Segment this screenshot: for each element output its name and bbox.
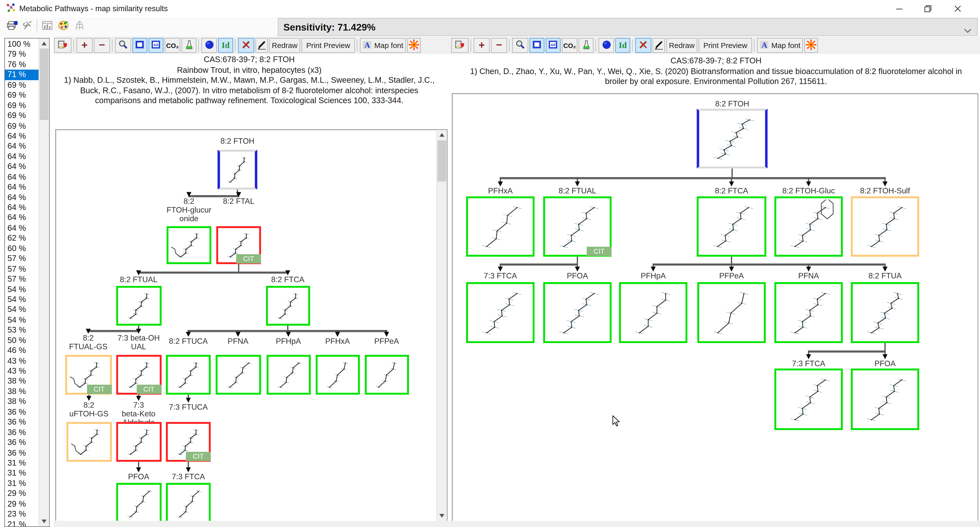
atom-ball-button[interactable] [201, 38, 217, 53]
similarity-item[interactable]: 21 % [5, 519, 38, 527]
sensitivity-dropdown[interactable]: Sensitivity: 71.429% [278, 18, 978, 36]
similarity-item[interactable]: 31 % [5, 479, 38, 489]
similarity-item[interactable]: 64 % [5, 131, 38, 141]
show-all-button[interactable]: All [149, 38, 164, 53]
similarity-item[interactable]: 64 % [5, 193, 38, 202]
similarity-item[interactable]: 76 % [5, 60, 38, 70]
similarity-item[interactable]: 38 % [5, 376, 38, 387]
print-preview-button[interactable]: Print Preview [302, 38, 355, 53]
similarity-list-scrollbar[interactable] [38, 38, 49, 527]
sun-button[interactable] [804, 38, 818, 53]
co2-button[interactable]: CO₂ [165, 38, 180, 53]
node-betaketo[interactable] [116, 422, 161, 462]
scrollbar-thumb[interactable] [438, 140, 446, 182]
node-ftca82[interactable] [266, 286, 310, 326]
node-ftal[interactable]: CIT [216, 226, 261, 264]
node-ftualgs[interactable]: CIT [65, 355, 111, 395]
similarity-list[interactable]: 100 %79 %76 %71 %69 %69 %69 %69 %69 %64 … [5, 38, 50, 527]
similarity-item[interactable]: 36 % [5, 417, 38, 427]
similarity-item[interactable]: 64 % [5, 223, 38, 233]
similarity-item[interactable]: 54 % [5, 305, 38, 315]
node-pfna[interactable] [215, 355, 261, 395]
zoom-in-button[interactable]: + [474, 38, 490, 53]
save-map-button[interactable] [54, 38, 72, 53]
scroll-down-icon[interactable] [39, 517, 49, 527]
node-pfpea[interactable] [364, 355, 409, 395]
node-rftual[interactable]: CIT [543, 196, 612, 257]
show-all-button[interactable]: All [546, 38, 561, 53]
similarity-item[interactable]: 38 % [5, 397, 38, 407]
pencil-chart-button[interactable] [256, 38, 268, 53]
similarity-item[interactable]: 57 % [5, 274, 38, 284]
node-rpfoab[interactable] [851, 369, 920, 430]
scroll-down-icon[interactable] [437, 511, 447, 521]
node-rpfoaa[interactable] [543, 282, 612, 343]
similarity-item[interactable]: 69 % [5, 111, 38, 121]
node-ftoh[interactable] [218, 150, 257, 189]
similarity-item[interactable]: 64 % [5, 141, 38, 151]
minimize-button[interactable] [885, 0, 913, 18]
node-rftua[interactable] [851, 282, 920, 343]
node-ftuca73[interactable]: CIT [166, 422, 211, 462]
node-rftoh[interactable] [697, 109, 768, 169]
similarity-item[interactable]: 69 % [5, 121, 38, 131]
node-rpfhxa[interactable] [466, 196, 535, 257]
zoom-in-button[interactable]: + [76, 38, 93, 53]
magnifier-button[interactable] [512, 38, 528, 53]
maximize-button[interactable] [914, 0, 942, 18]
similarity-item[interactable]: 64 % [5, 172, 38, 182]
similarity-item[interactable]: 69 % [5, 80, 38, 90]
scrollbar-thumb[interactable] [40, 48, 48, 120]
similarity-item[interactable]: 64 % [5, 162, 38, 172]
similarity-item[interactable]: 69 % [5, 90, 38, 100]
scroll-up-icon[interactable] [39, 38, 49, 48]
save-map-button[interactable] [451, 38, 469, 53]
similarity-item[interactable]: 38 % [5, 387, 38, 397]
similarity-item[interactable]: 60 % [5, 244, 38, 253]
redraw-button[interactable]: Redraw [666, 38, 697, 53]
print-export-icon[interactable] [6, 19, 19, 32]
similarity-item[interactable]: 31 % [5, 468, 38, 478]
id-button[interactable]: Id [615, 38, 630, 53]
right-pathway-map[interactable]: 8:2 FTOHPFHxA8:2 FTUALCIT8:2 FTCA8:2 FTO… [452, 93, 978, 522]
similarity-item[interactable]: 54 % [5, 295, 38, 305]
node-gluc[interactable] [167, 226, 211, 264]
no-edit-button[interactable] [238, 38, 255, 53]
similarity-item[interactable]: 46 % [5, 345, 38, 356]
similarity-item[interactable]: 64 % [5, 202, 38, 213]
similarity-item[interactable]: 54 % [5, 284, 38, 295]
similarity-item[interactable]: 71 % [5, 70, 38, 80]
node-betaohual[interactable]: CIT [116, 355, 161, 395]
similarity-item[interactable]: 53 % [5, 325, 38, 335]
node-rpfna[interactable] [775, 282, 843, 343]
similarity-item[interactable]: 31 % [5, 458, 38, 468]
similarity-item[interactable]: 62 % [5, 233, 38, 244]
tools-icon[interactable] [22, 19, 34, 32]
similarity-item[interactable]: 79 % [5, 49, 38, 60]
node-ftual82[interactable] [116, 286, 161, 326]
report-chart-icon[interactable] [41, 19, 53, 32]
sun-button[interactable] [407, 38, 421, 53]
close-button[interactable] [943, 0, 972, 18]
chevron-down-icon[interactable] [964, 25, 972, 36]
similarity-item[interactable]: 69 % [5, 100, 38, 111]
node-rftca73a[interactable] [466, 282, 535, 343]
similarity-item[interactable]: 100 % [5, 39, 38, 49]
flask-button[interactable] [579, 38, 593, 53]
similarity-item[interactable]: 64 % [5, 182, 38, 193]
structure-dome-icon[interactable] [73, 19, 86, 32]
similarity-item[interactable]: 54 % [5, 315, 38, 325]
node-rftca73b[interactable] [775, 369, 843, 430]
no-edit-button[interactable] [635, 38, 651, 53]
similarity-item[interactable]: 43 % [5, 356, 38, 366]
node-ftca73[interactable] [166, 483, 211, 522]
node-ftuca82[interactable] [166, 355, 211, 395]
similarity-item[interactable]: 36 % [5, 407, 38, 417]
magnifier-button[interactable] [115, 38, 131, 53]
similarity-item[interactable]: 36 % [5, 438, 38, 448]
co2-button[interactable]: CO₂ [562, 38, 578, 53]
map-font-button[interactable]: AMap font [360, 38, 406, 53]
similarity-item[interactable]: 29 % [5, 489, 38, 499]
left-map-scrollbar[interactable] [436, 130, 447, 521]
similarity-item[interactable]: 36 % [5, 427, 38, 438]
